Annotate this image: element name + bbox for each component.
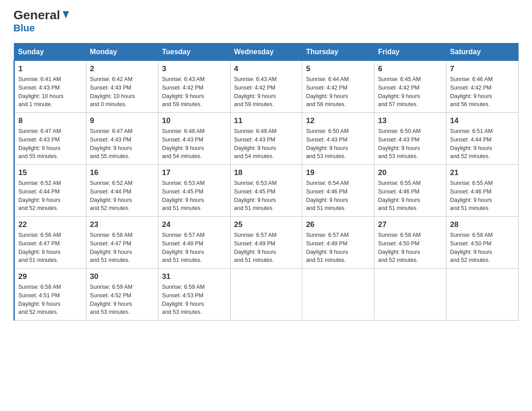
day-number: 1 [18,64,82,73]
calendar-cell: 1Sunrise: 6:41 AM Sunset: 4:43 PM Daylig… [14,61,86,113]
day-number: 11 [234,116,299,125]
day-number: 15 [18,168,82,177]
calendar-week-row: 8Sunrise: 6:47 AM Sunset: 4:43 PM Daylig… [14,113,519,165]
day-number: 21 [450,168,515,177]
day-info: Sunrise: 6:52 AM Sunset: 4:44 PM Dayligh… [90,179,154,213]
day-number: 22 [18,220,82,229]
calendar-cell: 11Sunrise: 6:49 AM Sunset: 4:43 PM Dayli… [230,113,302,165]
day-info: Sunrise: 6:58 AM Sunset: 4:51 PM Dayligh… [18,283,82,317]
day-number: 12 [306,116,370,125]
day-info: Sunrise: 6:51 AM Sunset: 4:44 PM Dayligh… [450,127,515,161]
calendar-cell: 17Sunrise: 6:53 AM Sunset: 4:45 PM Dayli… [158,165,230,217]
day-number: 14 [450,116,515,125]
calendar-cell: 18Sunrise: 6:53 AM Sunset: 4:45 PM Dayli… [230,165,302,217]
calendar-cell: 27Sunrise: 6:58 AM Sunset: 4:50 PM Dayli… [374,217,446,269]
day-info: Sunrise: 6:57 AM Sunset: 4:48 PM Dayligh… [162,231,227,265]
day-number: 3 [162,64,227,73]
day-number: 9 [90,116,154,125]
calendar-cell [302,269,374,321]
calendar-cell: 16Sunrise: 6:52 AM Sunset: 4:44 PM Dayli… [86,165,158,217]
header-saturday: Saturday [446,43,519,61]
day-info: Sunrise: 6:58 AM Sunset: 4:50 PM Dayligh… [378,231,442,265]
day-info: Sunrise: 6:47 AM Sunset: 4:43 PM Dayligh… [90,127,154,161]
day-number: 26 [306,220,370,229]
header-friday: Friday [374,43,446,61]
calendar-cell: 28Sunrise: 6:58 AM Sunset: 4:50 PM Dayli… [446,217,519,269]
day-number: 29 [18,272,82,281]
day-info: Sunrise: 6:54 AM Sunset: 4:46 PM Dayligh… [306,179,370,213]
day-number: 28 [450,220,515,229]
calendar-week-row: 22Sunrise: 6:56 AM Sunset: 4:47 PM Dayli… [14,217,519,269]
calendar-cell: 4Sunrise: 6:43 AM Sunset: 4:42 PM Daylig… [230,61,302,113]
calendar-cell: 2Sunrise: 6:42 AM Sunset: 4:43 PM Daylig… [86,61,158,113]
day-info: Sunrise: 6:42 AM Sunset: 4:43 PM Dayligh… [90,75,154,109]
day-number: 5 [306,64,370,73]
day-info: Sunrise: 6:46 AM Sunset: 4:42 PM Dayligh… [450,75,515,109]
day-info: Sunrise: 6:53 AM Sunset: 4:45 PM Dayligh… [162,179,227,213]
day-number: 13 [378,116,442,125]
day-info: Sunrise: 6:55 AM Sunset: 4:46 PM Dayligh… [450,179,515,213]
calendar-week-row: 1Sunrise: 6:41 AM Sunset: 4:43 PM Daylig… [14,61,519,113]
calendar-cell: 31Sunrise: 6:59 AM Sunset: 4:53 PM Dayli… [158,269,230,321]
page-header: General Blue [13,9,519,34]
calendar-cell: 20Sunrise: 6:55 AM Sunset: 4:46 PM Dayli… [374,165,446,217]
day-info: Sunrise: 6:41 AM Sunset: 4:43 PM Dayligh… [18,75,82,109]
header-tuesday: Tuesday [158,43,230,61]
calendar-cell: 13Sunrise: 6:50 AM Sunset: 4:43 PM Dayli… [374,113,446,165]
calendar-cell: 5Sunrise: 6:44 AM Sunset: 4:42 PM Daylig… [302,61,374,113]
header-wednesday: Wednesday [230,43,302,61]
svg-marker-0 [63,11,69,18]
day-info: Sunrise: 6:49 AM Sunset: 4:43 PM Dayligh… [234,127,299,161]
calendar-cell: 10Sunrise: 6:48 AM Sunset: 4:43 PM Dayli… [158,113,230,165]
calendar-cell: 6Sunrise: 6:45 AM Sunset: 4:42 PM Daylig… [374,61,446,113]
calendar-cell: 15Sunrise: 6:52 AM Sunset: 4:44 PM Dayli… [14,165,86,217]
day-number: 8 [18,116,82,125]
calendar-cell: 7Sunrise: 6:46 AM Sunset: 4:42 PM Daylig… [446,61,519,113]
day-number: 30 [90,272,154,281]
calendar-cell: 22Sunrise: 6:56 AM Sunset: 4:47 PM Dayli… [14,217,86,269]
logo: General Blue [13,9,71,34]
day-info: Sunrise: 6:56 AM Sunset: 4:47 PM Dayligh… [90,231,154,265]
day-info: Sunrise: 6:48 AM Sunset: 4:43 PM Dayligh… [162,127,227,161]
calendar-cell: 25Sunrise: 6:57 AM Sunset: 4:49 PM Dayli… [230,217,302,269]
calendar-cell: 21Sunrise: 6:55 AM Sunset: 4:46 PM Dayli… [446,165,519,217]
day-info: Sunrise: 6:55 AM Sunset: 4:46 PM Dayligh… [378,179,442,213]
day-info: Sunrise: 6:53 AM Sunset: 4:45 PM Dayligh… [234,179,299,213]
calendar-header-row: Sunday Monday Tuesday Wednesday Thursday… [14,43,519,61]
calendar-cell: 24Sunrise: 6:57 AM Sunset: 4:48 PM Dayli… [158,217,230,269]
day-info: Sunrise: 6:57 AM Sunset: 4:49 PM Dayligh… [234,231,299,265]
day-number: 17 [162,168,227,177]
day-info: Sunrise: 6:59 AM Sunset: 4:53 PM Dayligh… [162,283,227,317]
day-info: Sunrise: 6:58 AM Sunset: 4:50 PM Dayligh… [450,231,515,265]
day-number: 2 [90,64,154,73]
day-number: 6 [378,64,442,73]
day-number: 23 [90,220,154,229]
day-number: 27 [378,220,442,229]
calendar-week-row: 15Sunrise: 6:52 AM Sunset: 4:44 PM Dayli… [14,165,519,217]
calendar-cell: 14Sunrise: 6:51 AM Sunset: 4:44 PM Dayli… [446,113,519,165]
day-number: 7 [450,64,515,73]
day-number: 24 [162,220,227,229]
day-number: 4 [234,64,299,73]
day-number: 31 [162,272,227,281]
calendar-cell [374,269,446,321]
calendar-table: Sunday Monday Tuesday Wednesday Thursday… [13,43,519,321]
day-info: Sunrise: 6:44 AM Sunset: 4:42 PM Dayligh… [306,75,370,109]
header-sunday: Sunday [14,43,86,61]
day-info: Sunrise: 6:52 AM Sunset: 4:44 PM Dayligh… [18,179,82,213]
calendar-cell: 9Sunrise: 6:47 AM Sunset: 4:43 PM Daylig… [86,113,158,165]
day-info: Sunrise: 6:43 AM Sunset: 4:42 PM Dayligh… [162,75,227,109]
day-info: Sunrise: 6:45 AM Sunset: 4:42 PM Dayligh… [378,75,442,109]
header-thursday: Thursday [302,43,374,61]
day-number: 16 [90,168,154,177]
day-number: 25 [234,220,299,229]
calendar-week-row: 29Sunrise: 6:58 AM Sunset: 4:51 PM Dayli… [14,269,519,321]
day-info: Sunrise: 6:57 AM Sunset: 4:49 PM Dayligh… [306,231,370,265]
day-info: Sunrise: 6:56 AM Sunset: 4:47 PM Dayligh… [18,231,82,265]
calendar-cell [230,269,302,321]
logo-text-part1: General [13,9,60,21]
day-number: 18 [234,168,299,177]
day-info: Sunrise: 6:59 AM Sunset: 4:52 PM Dayligh… [90,283,154,317]
calendar-cell: 23Sunrise: 6:56 AM Sunset: 4:47 PM Dayli… [86,217,158,269]
day-info: Sunrise: 6:50 AM Sunset: 4:43 PM Dayligh… [378,127,442,161]
